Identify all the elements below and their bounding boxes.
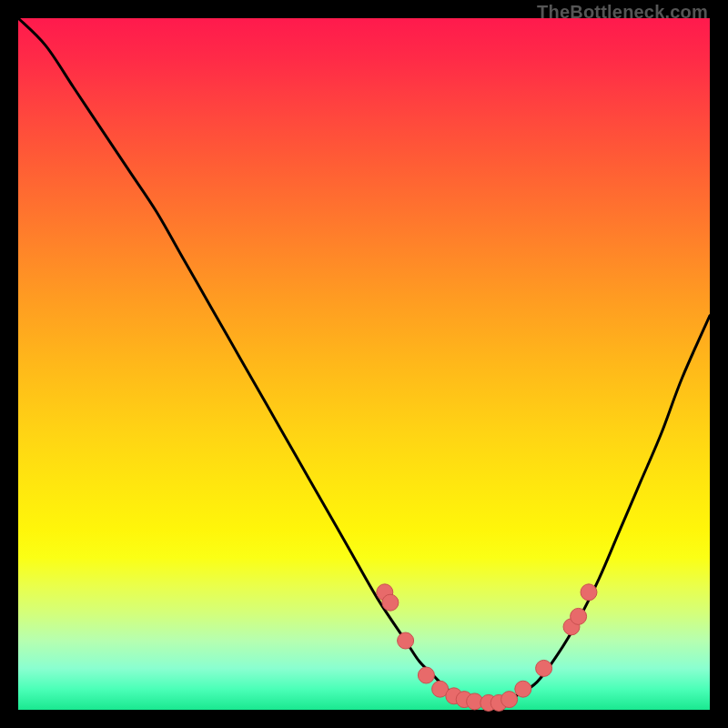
curve-marker (382, 594, 399, 611)
bottleneck-curve (18, 18, 710, 703)
curve-marker (536, 660, 552, 676)
curve-markers (377, 584, 597, 712)
curve-marker (398, 632, 414, 649)
chart-svg (18, 18, 710, 710)
curve-marker (515, 681, 531, 697)
watermark-text: TheBottleneck.com (537, 2, 708, 23)
curve-marker (418, 667, 434, 683)
curve-marker (501, 692, 518, 708)
plot-area (18, 18, 710, 710)
curve-marker (581, 584, 597, 601)
curve-marker (571, 608, 587, 624)
chart-frame: TheBottleneck.com (0, 0, 728, 728)
